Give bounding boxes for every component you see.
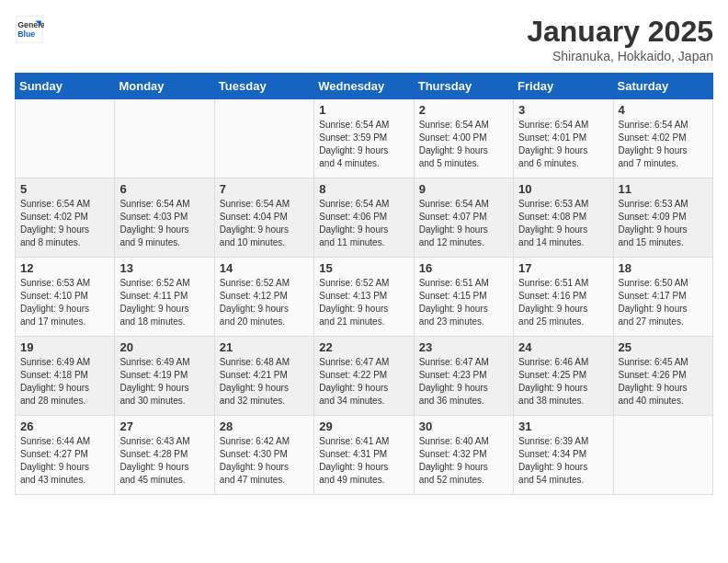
day-info: Sunrise: 6:49 AM Sunset: 4:19 PM Dayligh… bbox=[119, 356, 209, 408]
day-info: Sunrise: 6:53 AM Sunset: 4:10 PM Dayligh… bbox=[20, 277, 109, 328]
day-number: 29 bbox=[319, 419, 408, 433]
day-number: 25 bbox=[619, 340, 708, 354]
day-number: 20 bbox=[119, 340, 209, 354]
day-cell: 29Sunrise: 6:41 AM Sunset: 4:31 PM Dayli… bbox=[314, 416, 414, 495]
day-number: 7 bbox=[220, 182, 309, 196]
col-header-saturday: Saturday bbox=[613, 74, 712, 99]
day-number: 21 bbox=[220, 340, 309, 354]
day-info: Sunrise: 6:54 AM Sunset: 3:59 PM Dayligh… bbox=[319, 119, 408, 170]
week-row-3: 19Sunrise: 6:49 AM Sunset: 4:18 PM Dayli… bbox=[16, 337, 713, 416]
day-cell: 31Sunrise: 6:39 AM Sunset: 4:34 PM Dayli… bbox=[514, 416, 613, 495]
location: Shiranuka, Hokkaido, Japan bbox=[527, 49, 713, 63]
day-cell bbox=[214, 99, 313, 178]
day-number: 3 bbox=[518, 103, 608, 117]
day-number: 24 bbox=[518, 340, 608, 354]
col-header-tuesday: Tuesday bbox=[214, 74, 313, 99]
day-info: Sunrise: 6:54 AM Sunset: 4:00 PM Dayligh… bbox=[419, 119, 508, 170]
day-cell bbox=[115, 99, 214, 178]
day-number: 10 bbox=[518, 182, 608, 196]
day-info: Sunrise: 6:54 AM Sunset: 4:03 PM Dayligh… bbox=[119, 198, 209, 249]
day-cell: 25Sunrise: 6:45 AM Sunset: 4:26 PM Dayli… bbox=[613, 337, 712, 416]
day-info: Sunrise: 6:52 AM Sunset: 4:13 PM Dayligh… bbox=[319, 277, 408, 328]
calendar-header: General Blue January 2025 Shiranuka, Hok… bbox=[15, 15, 713, 63]
day-number: 23 bbox=[419, 340, 508, 354]
day-cell: 12Sunrise: 6:53 AM Sunset: 4:10 PM Dayli… bbox=[16, 258, 115, 337]
day-cell: 5Sunrise: 6:54 AM Sunset: 4:02 PM Daylig… bbox=[16, 178, 115, 258]
day-cell: 1Sunrise: 6:54 AM Sunset: 3:59 PM Daylig… bbox=[314, 99, 414, 178]
day-info: Sunrise: 6:45 AM Sunset: 4:26 PM Dayligh… bbox=[619, 356, 708, 408]
day-number: 12 bbox=[20, 261, 109, 275]
day-cell: 8Sunrise: 6:54 AM Sunset: 4:06 PM Daylig… bbox=[314, 178, 414, 258]
day-info: Sunrise: 6:48 AM Sunset: 4:21 PM Dayligh… bbox=[220, 356, 309, 408]
day-cell: 18Sunrise: 6:50 AM Sunset: 4:17 PM Dayli… bbox=[613, 258, 712, 337]
day-cell: 13Sunrise: 6:52 AM Sunset: 4:11 PM Dayli… bbox=[115, 258, 214, 337]
day-info: Sunrise: 6:54 AM Sunset: 4:02 PM Dayligh… bbox=[20, 198, 109, 249]
day-cell bbox=[16, 99, 115, 178]
day-cell: 10Sunrise: 6:53 AM Sunset: 4:08 PM Dayli… bbox=[514, 178, 613, 258]
day-number: 18 bbox=[619, 261, 708, 275]
day-cell: 27Sunrise: 6:43 AM Sunset: 4:28 PM Dayli… bbox=[115, 416, 214, 495]
day-info: Sunrise: 6:40 AM Sunset: 4:32 PM Dayligh… bbox=[419, 435, 508, 487]
day-number: 22 bbox=[319, 340, 408, 354]
day-number: 26 bbox=[20, 419, 109, 433]
week-row-4: 26Sunrise: 6:44 AM Sunset: 4:27 PM Dayli… bbox=[16, 416, 713, 495]
day-number: 19 bbox=[20, 340, 109, 354]
calendar-table: SundayMondayTuesdayWednesdayThursdayFrid… bbox=[15, 73, 713, 495]
day-cell: 9Sunrise: 6:54 AM Sunset: 4:07 PM Daylig… bbox=[414, 178, 513, 258]
day-cell: 22Sunrise: 6:47 AM Sunset: 4:22 PM Dayli… bbox=[314, 337, 414, 416]
day-cell: 11Sunrise: 6:53 AM Sunset: 4:09 PM Dayli… bbox=[613, 178, 712, 258]
col-header-sunday: Sunday bbox=[16, 74, 115, 99]
logo-icon: General Blue bbox=[15, 15, 44, 44]
logo: General Blue bbox=[15, 15, 44, 44]
day-number: 4 bbox=[619, 103, 708, 117]
day-number: 9 bbox=[419, 182, 508, 196]
day-number: 28 bbox=[220, 419, 309, 433]
calendar-container: General Blue January 2025 Shiranuka, Hok… bbox=[0, 0, 728, 563]
col-header-thursday: Thursday bbox=[414, 74, 513, 99]
day-cell bbox=[613, 416, 712, 495]
day-number: 17 bbox=[518, 261, 608, 275]
day-info: Sunrise: 6:44 AM Sunset: 4:27 PM Dayligh… bbox=[20, 435, 109, 487]
day-cell: 4Sunrise: 6:54 AM Sunset: 4:02 PM Daylig… bbox=[613, 99, 712, 178]
day-number: 15 bbox=[319, 261, 408, 275]
day-number: 14 bbox=[220, 261, 309, 275]
svg-text:Blue: Blue bbox=[17, 29, 35, 39]
day-info: Sunrise: 6:51 AM Sunset: 4:15 PM Dayligh… bbox=[419, 277, 508, 328]
day-info: Sunrise: 6:41 AM Sunset: 4:31 PM Dayligh… bbox=[319, 435, 408, 487]
day-cell: 15Sunrise: 6:52 AM Sunset: 4:13 PM Dayli… bbox=[314, 258, 414, 337]
day-number: 16 bbox=[419, 261, 508, 275]
day-info: Sunrise: 6:54 AM Sunset: 4:01 PM Dayligh… bbox=[518, 119, 608, 170]
week-row-1: 5Sunrise: 6:54 AM Sunset: 4:02 PM Daylig… bbox=[16, 178, 713, 258]
day-info: Sunrise: 6:39 AM Sunset: 4:34 PM Dayligh… bbox=[518, 435, 608, 487]
day-info: Sunrise: 6:42 AM Sunset: 4:30 PM Dayligh… bbox=[220, 435, 309, 487]
col-header-wednesday: Wednesday bbox=[314, 74, 414, 99]
day-number: 11 bbox=[619, 182, 708, 196]
day-info: Sunrise: 6:52 AM Sunset: 4:12 PM Dayligh… bbox=[220, 277, 309, 328]
day-info: Sunrise: 6:54 AM Sunset: 4:04 PM Dayligh… bbox=[220, 198, 309, 249]
day-info: Sunrise: 6:47 AM Sunset: 4:22 PM Dayligh… bbox=[319, 356, 408, 408]
day-cell: 7Sunrise: 6:54 AM Sunset: 4:04 PM Daylig… bbox=[214, 178, 313, 258]
day-cell: 3Sunrise: 6:54 AM Sunset: 4:01 PM Daylig… bbox=[514, 99, 613, 178]
day-info: Sunrise: 6:49 AM Sunset: 4:18 PM Dayligh… bbox=[20, 356, 109, 408]
day-cell: 24Sunrise: 6:46 AM Sunset: 4:25 PM Dayli… bbox=[514, 337, 613, 416]
day-info: Sunrise: 6:43 AM Sunset: 4:28 PM Dayligh… bbox=[119, 435, 209, 487]
day-cell: 2Sunrise: 6:54 AM Sunset: 4:00 PM Daylig… bbox=[414, 99, 513, 178]
day-cell: 28Sunrise: 6:42 AM Sunset: 4:30 PM Dayli… bbox=[214, 416, 313, 495]
day-number: 30 bbox=[419, 419, 508, 433]
day-info: Sunrise: 6:52 AM Sunset: 4:11 PM Dayligh… bbox=[119, 277, 209, 328]
day-cell: 30Sunrise: 6:40 AM Sunset: 4:32 PM Dayli… bbox=[414, 416, 513, 495]
day-number: 13 bbox=[119, 261, 209, 275]
day-cell: 21Sunrise: 6:48 AM Sunset: 4:21 PM Dayli… bbox=[214, 337, 313, 416]
day-info: Sunrise: 6:54 AM Sunset: 4:07 PM Dayligh… bbox=[419, 198, 508, 249]
day-cell: 20Sunrise: 6:49 AM Sunset: 4:19 PM Dayli… bbox=[115, 337, 214, 416]
day-info: Sunrise: 6:47 AM Sunset: 4:23 PM Dayligh… bbox=[419, 356, 508, 408]
day-cell: 14Sunrise: 6:52 AM Sunset: 4:12 PM Dayli… bbox=[214, 258, 313, 337]
day-number: 5 bbox=[20, 182, 109, 196]
day-number: 1 bbox=[319, 103, 408, 117]
day-cell: 23Sunrise: 6:47 AM Sunset: 4:23 PM Dayli… bbox=[414, 337, 513, 416]
day-info: Sunrise: 6:53 AM Sunset: 4:09 PM Dayligh… bbox=[619, 198, 708, 249]
day-number: 8 bbox=[319, 182, 408, 196]
day-cell: 16Sunrise: 6:51 AM Sunset: 4:15 PM Dayli… bbox=[414, 258, 513, 337]
col-header-friday: Friday bbox=[514, 74, 613, 99]
day-info: Sunrise: 6:54 AM Sunset: 4:06 PM Dayligh… bbox=[319, 198, 408, 249]
